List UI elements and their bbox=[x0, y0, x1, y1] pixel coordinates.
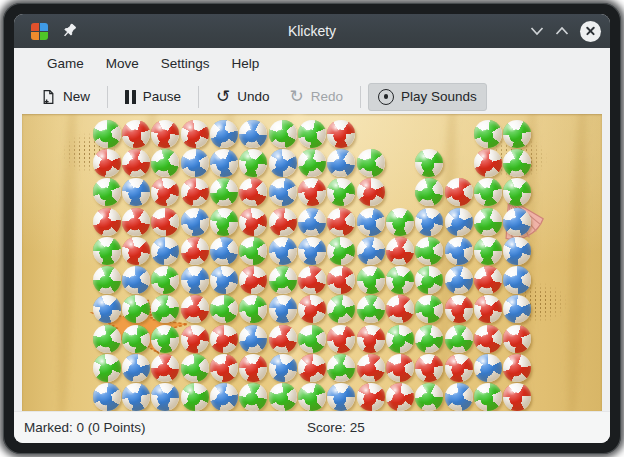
ball-blue[interactable] bbox=[210, 383, 238, 411]
game-board[interactable] bbox=[22, 114, 602, 411]
ball-red[interactable] bbox=[445, 178, 473, 206]
ball-green[interactable] bbox=[239, 149, 267, 177]
ball-blue[interactable] bbox=[181, 149, 209, 177]
ball-red[interactable] bbox=[327, 120, 355, 148]
ball-red[interactable] bbox=[181, 178, 209, 206]
ball-green[interactable] bbox=[445, 325, 473, 353]
ball-green[interactable] bbox=[151, 149, 179, 177]
ball-green[interactable] bbox=[181, 354, 209, 382]
ball-red[interactable] bbox=[181, 237, 209, 265]
ball-green[interactable] bbox=[357, 266, 385, 294]
ball-green[interactable] bbox=[503, 120, 531, 148]
ball-green[interactable] bbox=[415, 295, 443, 323]
new-button[interactable]: New bbox=[30, 83, 100, 111]
ball-red[interactable] bbox=[93, 149, 121, 177]
ball-blue[interactable] bbox=[269, 237, 297, 265]
ball-blue[interactable] bbox=[503, 237, 531, 265]
ball-blue[interactable] bbox=[445, 266, 473, 294]
ball-green[interactable] bbox=[151, 295, 179, 323]
ball-red[interactable] bbox=[239, 266, 267, 294]
ball-red[interactable] bbox=[503, 325, 531, 353]
ball-blue[interactable] bbox=[122, 178, 150, 206]
ball-green[interactable] bbox=[503, 149, 531, 177]
ball-green[interactable] bbox=[210, 178, 238, 206]
ball-red[interactable] bbox=[239, 208, 267, 236]
ball-blue[interactable] bbox=[269, 295, 297, 323]
ball-green[interactable] bbox=[386, 325, 414, 353]
ball-red[interactable] bbox=[298, 266, 326, 294]
ball-green[interactable] bbox=[93, 266, 121, 294]
ball-blue[interactable] bbox=[503, 208, 531, 236]
ball-green[interactable] bbox=[93, 237, 121, 265]
ball-red[interactable] bbox=[503, 383, 531, 411]
menu-move[interactable]: Move bbox=[95, 52, 150, 75]
ball-blue[interactable] bbox=[503, 295, 531, 323]
ball-green[interactable] bbox=[474, 178, 502, 206]
ball-blue[interactable] bbox=[445, 383, 473, 411]
ball-green[interactable] bbox=[298, 325, 326, 353]
ball-blue[interactable] bbox=[210, 149, 238, 177]
ball-red[interactable] bbox=[122, 120, 150, 148]
ball-green[interactable] bbox=[151, 325, 179, 353]
ball-blue[interactable] bbox=[445, 237, 473, 265]
ball-green[interactable] bbox=[269, 266, 297, 294]
ball-red[interactable] bbox=[210, 354, 238, 382]
ball-red[interactable] bbox=[239, 354, 267, 382]
ball-blue[interactable] bbox=[269, 354, 297, 382]
ball-blue[interactable] bbox=[327, 149, 355, 177]
ball-green[interactable] bbox=[415, 266, 443, 294]
ball-blue[interactable] bbox=[93, 295, 121, 323]
ball-blue[interactable] bbox=[269, 149, 297, 177]
ball-red[interactable] bbox=[93, 208, 121, 236]
ball-blue[interactable] bbox=[181, 266, 209, 294]
ball-green[interactable] bbox=[151, 266, 179, 294]
ball-red[interactable] bbox=[269, 208, 297, 236]
ball-red[interactable] bbox=[181, 295, 209, 323]
ball-red[interactable] bbox=[445, 295, 473, 323]
ball-red[interactable] bbox=[122, 208, 150, 236]
ball-red[interactable] bbox=[210, 325, 238, 353]
ball-red[interactable] bbox=[474, 295, 502, 323]
ball-red[interactable] bbox=[386, 237, 414, 265]
ball-blue[interactable] bbox=[239, 325, 267, 353]
ball-blue[interactable] bbox=[210, 120, 238, 148]
ball-blue[interactable] bbox=[357, 208, 385, 236]
redo-button[interactable]: Redo bbox=[280, 83, 354, 110]
ball-green[interactable] bbox=[93, 178, 121, 206]
ball-red[interactable] bbox=[151, 178, 179, 206]
ball-green[interactable] bbox=[210, 295, 238, 323]
ball-red[interactable] bbox=[503, 354, 531, 382]
ball-green[interactable] bbox=[298, 149, 326, 177]
ball-green[interactable] bbox=[298, 383, 326, 411]
ball-red[interactable] bbox=[474, 325, 502, 353]
ball-green[interactable] bbox=[386, 266, 414, 294]
ball-green[interactable] bbox=[93, 354, 121, 382]
ball-red[interactable] bbox=[151, 208, 179, 236]
ball-blue[interactable] bbox=[503, 266, 531, 294]
ball-green[interactable] bbox=[93, 120, 121, 148]
ball-red[interactable] bbox=[474, 149, 502, 177]
ball-red[interactable] bbox=[327, 208, 355, 236]
ball-blue[interactable] bbox=[93, 383, 121, 411]
ball-green[interactable] bbox=[357, 295, 385, 323]
close-icon[interactable] bbox=[580, 21, 601, 42]
ball-green[interactable] bbox=[327, 178, 355, 206]
ball-red[interactable] bbox=[386, 295, 414, 323]
ball-blue[interactable] bbox=[122, 266, 150, 294]
menu-help[interactable]: Help bbox=[221, 52, 271, 75]
ball-blue[interactable] bbox=[181, 208, 209, 236]
ball-green[interactable] bbox=[415, 383, 443, 411]
ball-blue[interactable] bbox=[239, 120, 267, 148]
ball-green[interactable] bbox=[474, 208, 502, 236]
pause-button[interactable]: Pause bbox=[115, 83, 191, 110]
ball-green[interactable] bbox=[93, 325, 121, 353]
ball-blue[interactable] bbox=[122, 383, 150, 411]
menu-settings[interactable]: Settings bbox=[150, 52, 221, 75]
ball-green[interactable] bbox=[269, 383, 297, 411]
ball-blue[interactable] bbox=[151, 383, 179, 411]
ball-red[interactable] bbox=[181, 120, 209, 148]
ball-blue[interactable] bbox=[298, 208, 326, 236]
ball-red[interactable] bbox=[181, 325, 209, 353]
ball-red[interactable] bbox=[269, 325, 297, 353]
ball-red[interactable] bbox=[415, 354, 443, 382]
